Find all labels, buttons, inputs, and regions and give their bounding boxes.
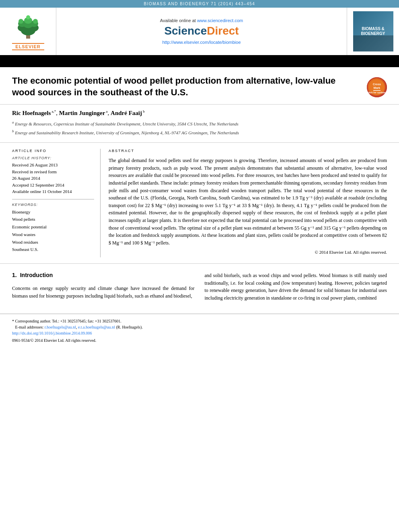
article-title: The economic potential of wood pellet pr…	[12, 75, 361, 98]
article-info-heading: ARTICLE INFO	[12, 149, 94, 153]
doi-note: http://dx.doi.org/10.1016/j.biombioe.201…	[12, 330, 387, 336]
keyword-4: Wood wastes	[12, 231, 94, 238]
keyword-5: Wood residues	[12, 238, 94, 246]
svg-point-10	[26, 15, 30, 19]
corresponding-note-text: * Corresponding author. Tel.: +31 302537…	[12, 319, 121, 323]
svg-text:click for updates: click for updates	[367, 91, 387, 94]
author-separator-1: ,	[56, 110, 59, 116]
elsevier-logo-area: ELSEVIER	[0, 8, 56, 55]
author-separator-2: ,	[108, 110, 111, 116]
sciencedirect-logo: ScienceDirect	[164, 25, 239, 37]
sd-label-direct: Direct	[207, 25, 239, 37]
corresponding-author-note: * Corresponding author. Tel.: +31 302537…	[12, 318, 387, 324]
elsevier-tree-icon	[12, 12, 44, 41]
author-3-sup: b	[142, 109, 145, 113]
article-history-subsection: Article history: Received 26 August 2013…	[12, 156, 94, 195]
issn-line: 0961-9534/© 2014 Elsevier Ltd. All right…	[12, 338, 387, 343]
email-link-2[interactable]: e.t.a.hoefnagels@uu.nl	[78, 325, 115, 329]
revised-label: Received in revised form	[12, 168, 94, 175]
article-info-column: ARTICLE INFO Article history: Received 2…	[12, 149, 101, 257]
author-1-sup: a,*	[51, 109, 56, 113]
header-center: Available online at www.sciencedirect.co…	[56, 8, 347, 55]
journal-cover-image: BIOMASS &BIOENERGY	[353, 11, 393, 51]
keyword-1: Bioenergy	[12, 208, 94, 216]
journal-cover-title: BIOMASS &BIOENERGY	[361, 27, 385, 36]
section-title: Introduction	[20, 272, 53, 278]
svg-point-8	[19, 19, 23, 24]
email-note: E-mail addresses: r.hoefnagels@uu.nl, e.…	[12, 324, 387, 330]
available-online-date: Available online 11 October 2014	[12, 188, 94, 195]
journal-header-bar: BIOMASS AND BIOENERGY 71 (2014) 443–454	[0, 0, 399, 8]
svg-point-9	[33, 19, 38, 24]
available-online-text: Available online at www.sciencedirect.co…	[160, 18, 243, 23]
keyword-6: Southeast U.S.	[12, 246, 94, 253]
affiliation-1: a Energy & Resources, Copernicus Institu…	[12, 120, 387, 127]
accepted-date: Accepted 12 September 2014	[12, 182, 94, 189]
email-link-1[interactable]: r.hoefnagels@uu.nl	[45, 325, 76, 329]
abstract-text: The global demand for wood pellets used …	[109, 157, 387, 246]
keyword-3: Economic potential	[12, 223, 94, 231]
authors-line: Ric Hoefnagels a,*, Martin Junginger a, …	[12, 109, 387, 117]
author-2-name: Martin Junginger	[59, 110, 105, 116]
intro-text-right: and solid biofuels, such as wood chips a…	[205, 272, 387, 302]
authors-section: Ric Hoefnagels a,*, Martin Junginger a, …	[0, 105, 399, 143]
article-title-section: The economic potential of wood pellet pr…	[0, 67, 399, 105]
section-header: 1. Introduction	[12, 272, 195, 281]
decorative-black-bar	[0, 56, 399, 67]
keywords-subsection: Keywords: Bioenergy Wood pellets Economi…	[12, 203, 94, 253]
intro-text-left: Concerns on energy supply security and c…	[12, 285, 195, 300]
doi-link[interactable]: http://dx.doi.org/10.1016/j.biombioe.201…	[12, 331, 92, 335]
author-1-name: Ric Hoefnagels	[12, 110, 51, 116]
history-heading: Article history:	[12, 156, 94, 160]
abstract-copyright: © 2014 Elsevier Ltd. All rights reserved…	[109, 250, 387, 255]
body-left-column: 1. Introduction Concerns on energy suppl…	[12, 272, 195, 302]
crossmark-icon: Cross Mark click for updates	[367, 77, 387, 97]
received-date: Received 26 August 2013	[12, 162, 94, 168]
info-divider	[12, 199, 94, 199]
article-info-abstract-section: ARTICLE INFO Article history: Received 2…	[0, 143, 399, 264]
keyword-2: Wood pellets	[12, 216, 94, 223]
sciencedirect-url[interactable]: www.sciencedirect.com	[197, 18, 243, 23]
affiliation-2: b Energy and Sustainability Research Ins…	[12, 129, 387, 136]
abstract-heading: ABSTRACT	[109, 149, 387, 153]
journal-cover-area: BIOMASS &BIOENERGY	[347, 8, 399, 55]
journal-url-link[interactable]: http://www.elsevier.com/locate/biombioe	[162, 40, 241, 45]
page-header: ELSEVIER Available online at www.science…	[0, 8, 399, 56]
author-3-name: André Faaij	[111, 110, 142, 116]
svg-text:Cross: Cross	[373, 83, 381, 86]
crossmark-badge[interactable]: Cross Mark click for updates	[367, 77, 387, 97]
footer-notes: * Corresponding author. Tel.: +31 302537…	[0, 314, 399, 347]
journal-title: BIOMASS AND BIOENERGY 71 (2014) 443–454	[144, 2, 255, 6]
article-title-container: The economic potential of wood pellet pr…	[12, 75, 361, 98]
body-content-section: 1. Introduction Concerns on energy suppl…	[0, 264, 399, 310]
keywords-heading: Keywords:	[12, 203, 94, 207]
revised-date: 26 August 2014	[12, 175, 94, 182]
elsevier-logo: ELSEVIER	[12, 12, 44, 50]
svg-text:Mark: Mark	[374, 86, 380, 89]
section-number: 1.	[12, 272, 17, 278]
sd-label-science: Science	[164, 25, 207, 37]
elsevier-brand-text: ELSEVIER	[12, 43, 44, 50]
body-right-column: and solid biofuels, such as wood chips a…	[205, 272, 387, 302]
abstract-column: ABSTRACT The global demand for wood pell…	[109, 149, 387, 257]
